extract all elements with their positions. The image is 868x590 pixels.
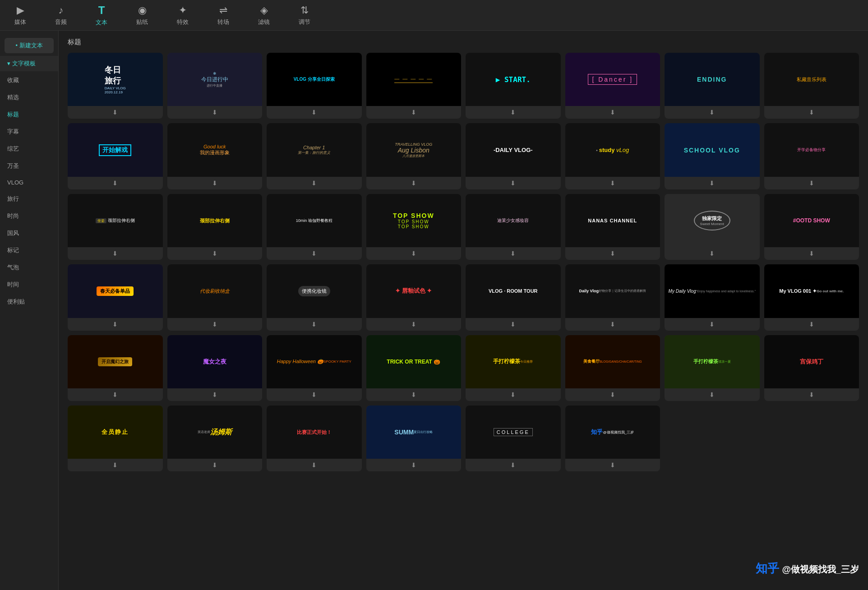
- download-icon[interactable]: ⬇: [411, 321, 416, 328]
- sidebar-item-title[interactable]: 标题: [0, 106, 58, 123]
- download-icon[interactable]: ⬇: [709, 321, 715, 328]
- template-card-2[interactable]: ❄ 今日进行中 进行中直播 ⬇: [167, 53, 263, 119]
- toolbar-media[interactable]: ▶ 媒体: [9, 5, 32, 26]
- template-card-23[interactable]: 独家限定 Sweet Moment ⬇: [665, 194, 760, 260]
- download-icon[interactable]: ⬇: [212, 391, 217, 398]
- sidebar-item-bubble[interactable]: 气泡: [0, 259, 58, 276]
- toolbar-effects[interactable]: ✦ 特效: [171, 5, 194, 26]
- template-card-31[interactable]: My Daily Vlog "Enjoy happiness and adapt…: [665, 264, 760, 330]
- template-card-29[interactable]: VLOG · ROOM TOUR ⬇: [466, 264, 561, 330]
- template-card-17[interactable]: 坐姿 颈部拉伸右侧 ⬇: [68, 194, 163, 260]
- download-icon[interactable]: ⬇: [212, 250, 217, 257]
- template-card-42[interactable]: 英语老师 汤姆斯 ⬇: [167, 406, 263, 471]
- template-card-6[interactable]: [ Dancer ] ⬇: [565, 53, 660, 119]
- toolbar-transition[interactable]: ⇌ 转场: [212, 5, 235, 26]
- template-card-13[interactable]: -DAILY VLOG- ⬇: [466, 123, 561, 189]
- download-icon[interactable]: ⬇: [411, 391, 416, 398]
- toolbar-sticker[interactable]: ◉ 贴纸: [131, 5, 153, 26]
- template-card-33[interactable]: 开启魔幻之旅 ⬇: [68, 335, 163, 401]
- template-card-27[interactable]: 便携化妆镜 ⬇: [267, 264, 362, 330]
- sidebar-item-collect[interactable]: 收藏: [0, 72, 58, 89]
- sidebar-item-chinese[interactable]: 国风: [0, 225, 58, 242]
- template-card-7[interactable]: ENDING ⬇: [665, 53, 760, 119]
- template-card-26[interactable]: 代妆刷收纳盒 ⬇: [167, 264, 263, 330]
- template-card-45[interactable]: COLLEGE ⬇: [466, 406, 561, 471]
- download-icon[interactable]: ⬇: [411, 461, 416, 469]
- template-card-24[interactable]: #OOTD SHOW ⬇: [764, 194, 859, 260]
- template-card-37[interactable]: 手打柠檬茶 今日推荐 ⬇: [466, 335, 561, 401]
- sidebar-item-travel[interactable]: 旅行: [0, 190, 58, 207]
- download-icon[interactable]: ⬇: [610, 109, 615, 116]
- download-icon[interactable]: ⬇: [709, 180, 715, 187]
- download-icon[interactable]: ⬇: [510, 321, 516, 328]
- sidebar-item-badge[interactable]: 标记: [0, 242, 58, 259]
- template-card-38[interactable]: 美食餐厅 BLOG/GANG/CHA/CAR/TING ⬇: [565, 335, 660, 401]
- template-card-5[interactable]: ▶ START. ⬇: [466, 53, 561, 119]
- template-card-15[interactable]: SCHOOL VLOG ⬇: [665, 123, 760, 189]
- template-card-11[interactable]: Chapter 1 第一集：旅行的意义 ⬇: [267, 123, 362, 189]
- template-card-34[interactable]: 魔女之夜 ⬇: [167, 335, 263, 401]
- download-icon[interactable]: ⬇: [311, 391, 317, 398]
- download-icon[interactable]: ⬇: [510, 461, 516, 469]
- sidebar-item-time[interactable]: 时间: [0, 276, 58, 293]
- template-card-43[interactable]: 比赛正式开始！ ⬇: [267, 406, 362, 471]
- download-icon[interactable]: ⬇: [610, 321, 615, 328]
- template-card-40[interactable]: 宫保鸡丁 ⬇: [764, 335, 859, 401]
- download-icon[interactable]: ⬇: [510, 250, 516, 257]
- template-card-21[interactable]: 迪茉少女感妆容 ⬇: [466, 194, 561, 260]
- template-card-36[interactable]: TRICK OR TREAT 🎃 ⬇: [366, 335, 462, 401]
- toolbar-audio[interactable]: ♪ 音频: [50, 5, 72, 26]
- download-icon[interactable]: ⬇: [212, 461, 217, 469]
- sidebar-item-vlog[interactable]: VLOG: [0, 175, 58, 190]
- template-card-44[interactable]: SUMM 夏日出行攻略 ⬇: [366, 406, 462, 471]
- download-icon[interactable]: ⬇: [212, 180, 217, 187]
- download-icon[interactable]: ⬇: [212, 109, 217, 116]
- download-icon[interactable]: ⬇: [610, 391, 615, 398]
- toolbar-filter[interactable]: ◈ 滤镜: [253, 5, 275, 26]
- template-card-4[interactable]: — — — — — ⬇: [366, 53, 462, 119]
- download-icon[interactable]: ⬇: [112, 321, 118, 328]
- download-icon[interactable]: ⬇: [112, 461, 118, 469]
- sidebar-template-section[interactable]: ▾ 文字模板: [0, 56, 58, 71]
- download-icon[interactable]: ⬇: [112, 250, 118, 257]
- download-icon[interactable]: ⬇: [709, 250, 715, 257]
- template-card-30[interactable]: Daily Vlog 好物分享｜记录生活中的搭搭解剪 ⬇: [565, 264, 660, 330]
- download-icon[interactable]: ⬇: [510, 391, 516, 398]
- download-icon[interactable]: ⬇: [510, 180, 516, 187]
- template-card-32[interactable]: My VLOG 001 ✦ Go out with me. ⬇: [764, 264, 859, 330]
- template-card-12[interactable]: TRAVELLING VLOG Aug Lisbon 八月漫游里斯本 ⬇: [366, 123, 462, 189]
- template-card-46[interactable]: 知乎 @做视频找我_三岁 ⬇: [565, 406, 660, 471]
- download-icon[interactable]: ⬇: [311, 180, 317, 187]
- template-card-14[interactable]: • study vLog ⬇: [565, 123, 660, 189]
- sidebar-item-variety[interactable]: 综艺: [0, 140, 58, 157]
- download-icon[interactable]: ⬇: [311, 321, 317, 328]
- download-icon[interactable]: ⬇: [809, 391, 814, 398]
- download-icon[interactable]: ⬇: [709, 391, 715, 398]
- download-icon[interactable]: ⬇: [212, 321, 217, 328]
- download-icon[interactable]: ⬇: [112, 391, 118, 398]
- new-text-button[interactable]: • 新建文本: [5, 38, 54, 53]
- download-icon[interactable]: ⬇: [809, 109, 814, 116]
- template-card-1[interactable]: 冬日旅行 DAILY VLOG2020.12.19 ⬇: [68, 53, 163, 119]
- template-card-16[interactable]: 开学必备物分享 ⬇: [764, 123, 859, 189]
- sidebar-item-subtitle[interactable]: 字幕: [0, 123, 58, 140]
- template-card-10[interactable]: Good luck 我的漫画形象 ⬇: [167, 123, 263, 189]
- sidebar-item-sticker2[interactable]: 便利贴: [0, 293, 58, 310]
- download-icon[interactable]: ⬇: [311, 250, 317, 257]
- download-icon[interactable]: ⬇: [809, 250, 814, 257]
- download-icon[interactable]: ⬇: [112, 180, 118, 187]
- download-icon[interactable]: ⬇: [411, 180, 416, 187]
- template-card-25[interactable]: 春天必备单品 ⬇: [68, 264, 163, 330]
- template-card-18[interactable]: 颈部拉伸右侧 ⬇: [167, 194, 263, 260]
- sidebar-item-fashion[interactable]: 时尚: [0, 207, 58, 225]
- template-card-20[interactable]: TOP SHOW TOP SHOW TOP SHOW ⬇: [366, 194, 462, 260]
- sidebar-item-halloween[interactable]: 万圣: [0, 157, 58, 175]
- download-icon[interactable]: ⬇: [610, 250, 615, 257]
- toolbar-adjust[interactable]: ⇅ 调节: [293, 5, 316, 26]
- toolbar-text[interactable]: T 文本: [90, 4, 113, 27]
- download-icon[interactable]: ⬇: [510, 109, 516, 116]
- download-icon[interactable]: ⬇: [311, 109, 317, 116]
- sidebar-item-featured[interactable]: 精选: [0, 89, 58, 106]
- download-icon[interactable]: ⬇: [411, 250, 416, 257]
- download-icon[interactable]: ⬇: [610, 461, 615, 469]
